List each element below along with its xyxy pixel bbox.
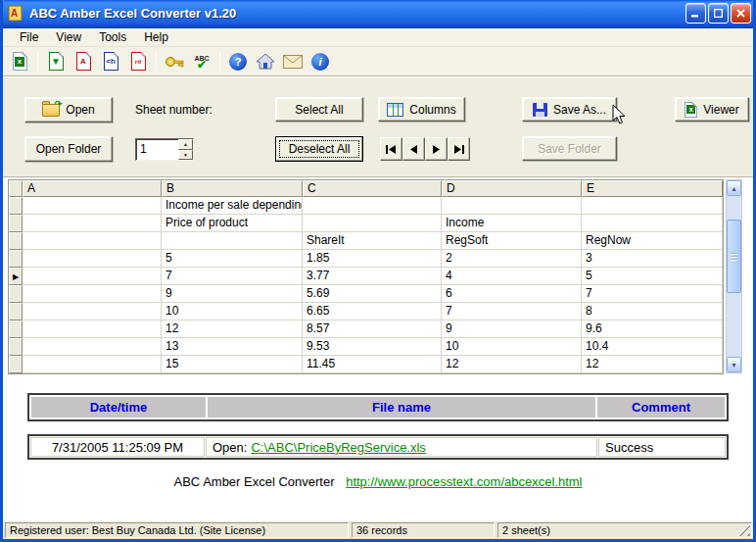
grid-cell[interactable]: 5.69 [303,285,442,303]
grid-cell[interactable] [23,285,162,303]
previous-record-button[interactable] [402,137,425,161]
email-icon[interactable] [280,50,306,74]
grid-cell[interactable]: 7 [582,285,723,303]
row-header[interactable] [9,215,23,232]
grid-cell[interactable]: 5 [162,250,303,268]
column-header-e[interactable]: E [582,180,723,197]
next-record-button[interactable] [425,137,448,161]
pdf-export-icon[interactable]: A [71,50,96,74]
menu-tools[interactable]: Tools [90,29,135,46]
deselect-all-button[interactable]: Deselect All [275,136,363,162]
grid-cell[interactable]: Price of product [162,215,303,232]
open-folder-button[interactable]: Open Folder [24,136,113,162]
grid-cell[interactable]: 10 [162,303,303,320]
open-button[interactable]: ↷ Open [24,97,113,123]
row-header[interactable] [9,197,23,215]
rtf-export-icon[interactable]: rtf [125,50,151,74]
register-key-icon[interactable] [162,50,187,74]
grid-cell[interactable] [582,197,723,215]
grid-cell[interactable]: 7 [162,268,303,285]
menu-file[interactable]: File [11,29,47,46]
convert-save-icon[interactable]: ▼ [43,50,69,74]
grid-cell[interactable]: 8 [582,303,723,320]
resize-grip[interactable] [737,523,750,536]
grid-cell[interactable]: 6.65 [303,303,442,320]
grid-cell[interactable] [582,215,723,232]
row-header[interactable] [9,250,23,268]
about-icon[interactable]: i [307,50,333,74]
save-as-button[interactable]: Save As... [522,97,617,122]
help-icon[interactable]: ? [225,50,251,74]
grid-cell[interactable]: RegSoft [442,232,582,250]
scrollbar-thumb[interactable] [727,220,741,293]
footer-link[interactable]: http://www.processtext.com/abcexcel.html [346,474,582,489]
viewer-button[interactable]: x Viewer [675,97,749,122]
first-record-button[interactable] [380,137,402,161]
row-header[interactable] [9,303,23,320]
grid-cell[interactable] [23,197,162,215]
grid-cell[interactable]: 11.45 [303,356,442,373]
grid-cell[interactable] [442,197,582,215]
scroll-down-icon[interactable]: ▼ [727,357,741,372]
grid-cell[interactable]: 6 [442,285,582,303]
grid-cell[interactable]: Income per sale depending on [162,197,303,215]
spellcheck-icon[interactable]: ABC✔ [189,50,214,74]
excel-file-icon[interactable]: x [7,50,32,74]
home-icon[interactable] [253,50,278,74]
grid-cell[interactable]: 9.6 [582,320,723,338]
column-header-b[interactable]: B [162,180,303,197]
grid-cell[interactable]: 13 [162,338,303,356]
row-header[interactable] [9,356,23,373]
grid-cell[interactable]: 9.53 [303,338,442,356]
chm-export-icon[interactable]: <h [98,50,123,74]
grid-cell[interactable]: ShareIt [303,232,442,250]
grid-cell[interactable]: 10 [442,338,582,356]
grid-cell[interactable]: RegNow [582,232,723,250]
grid-cell[interactable] [23,320,162,338]
column-header-c[interactable]: C [303,180,442,197]
grid-cell[interactable]: 5 [582,268,723,285]
select-all-button[interactable]: Select All [275,97,363,122]
grid-cell[interactable] [23,303,162,320]
sheet-number-up-icon[interactable]: ▲ [178,139,193,150]
row-header[interactable] [9,285,23,303]
grid-cell[interactable]: 10.4 [582,338,723,356]
grid-cell[interactable] [23,268,162,285]
minimize-button[interactable] [685,3,706,24]
row-header[interactable] [9,232,23,250]
log-file-link[interactable]: C:\ABC\PriceByRegService.xls [251,440,425,455]
grid-cell[interactable] [303,215,442,232]
grid-cell[interactable]: 2 [442,250,582,268]
scroll-up-icon[interactable]: ▲ [727,180,741,196]
grid-cell[interactable]: 9 [162,285,303,303]
sheet-number-down-icon[interactable]: ▼ [178,150,193,161]
sheet-number-stepper[interactable]: 1 ▲ ▼ [135,138,194,161]
grid-cell[interactable]: 3.77 [303,268,442,285]
grid-cell[interactable]: 1.85 [303,250,442,268]
column-header-d[interactable]: D [442,180,582,197]
grid-cell[interactable]: 8.57 [303,320,442,338]
grid-cell[interactable] [23,356,162,373]
close-button[interactable] [731,3,751,24]
grid-cell[interactable] [23,215,162,232]
grid-cell[interactable]: 12 [582,356,723,373]
grid-cell[interactable]: 15 [162,356,303,373]
last-record-button[interactable] [448,137,470,161]
row-header[interactable] [9,338,23,356]
grid-cell[interactable] [23,250,162,268]
grid-cell[interactable] [303,197,442,215]
row-header[interactable]: ▶ [9,268,23,285]
grid-cell[interactable]: 4 [442,268,582,285]
grid-cell[interactable] [162,232,303,250]
maximize-button[interactable] [708,3,729,24]
grid-vertical-scrollbar[interactable]: ▲ ▼ [726,179,742,373]
menu-view[interactable]: View [47,29,90,46]
titlebar[interactable]: A ABC Amber Excel Converter v1.20 [0,0,756,28]
grid-cell[interactable]: 9 [442,320,582,338]
grid-cell[interactable]: 12 [442,356,582,373]
grid-cell[interactable] [23,338,162,356]
columns-button[interactable]: Columns [378,97,465,122]
row-header[interactable] [9,320,23,338]
column-header-a[interactable]: A [23,180,162,197]
grid-cell[interactable]: 12 [162,320,303,338]
